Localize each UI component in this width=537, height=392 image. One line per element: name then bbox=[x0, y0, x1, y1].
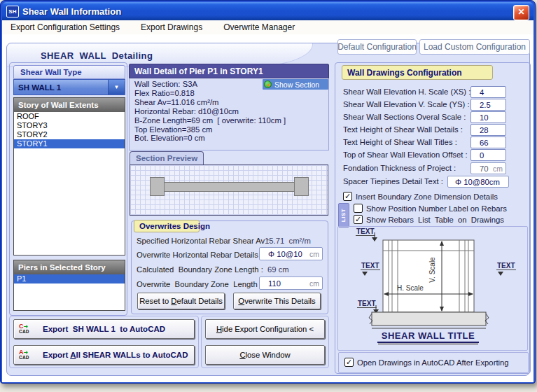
overwrite-rebar-label: Overwrite Horizontal Rebar Details : bbox=[137, 251, 263, 259]
cfg-label: Top of Shear Wall Elevation Offset : bbox=[343, 149, 468, 161]
story-list[interactable]: Story of Wall Extents ROOF STORY3 STORY2… bbox=[13, 97, 125, 255]
drawings-config-header: Wall Drawings Configuration bbox=[342, 65, 493, 80]
overwrite-rebar-value: Φ 10@10 bbox=[260, 250, 309, 258]
calculated-bzone-label: Calculated Boundary Zone Length : bbox=[137, 265, 263, 274]
foundation-thickness-input[interactable]: 70 cm bbox=[470, 162, 506, 174]
cfg-label: Spacer Tiepines Detail Text : bbox=[343, 176, 443, 188]
list-item-selected[interactable]: P1 bbox=[14, 274, 125, 284]
export-current-button[interactable]: C➜ CAD Export SH WALL 1 to AutoCAD bbox=[13, 319, 195, 339]
default-configuration-label: Default Configuration bbox=[337, 42, 417, 52]
spacer-tiepins-input[interactable]: Φ 10@80cm bbox=[447, 176, 509, 188]
overwrite-bzone-value: 110 bbox=[260, 279, 309, 288]
show-section-label: Show Section bbox=[274, 80, 319, 89]
reset-accel: D bbox=[171, 297, 176, 305]
menu-overwrite-manager[interactable]: Overwrite Manager bbox=[223, 22, 295, 32]
app-window: SH Shear Wall Information ✕ Export Confi… bbox=[0, 0, 536, 384]
cad-sub-label: CAD bbox=[19, 356, 29, 360]
checkbox-checked-icon[interactable]: ✓ bbox=[344, 358, 354, 367]
wall-type-dropdown[interactable]: SH WALL 1 ▼ bbox=[13, 79, 125, 95]
foundation-thickness-value: 70 bbox=[471, 164, 493, 173]
wall-section-web bbox=[164, 182, 295, 192]
default-configuration-button[interactable]: Default Configuration bbox=[337, 39, 417, 55]
elevation-offset-input[interactable] bbox=[470, 149, 506, 161]
left-panel: Shear Wall Type SH WALL 1 ▼ Story of Wal… bbox=[9, 62, 127, 316]
foundation-thickness-unit: cm bbox=[493, 164, 505, 173]
show-rebars-table-checkbox[interactable]: ✓ Show Rebars List Table on Drawings bbox=[354, 215, 504, 224]
sections-scale-input[interactable] bbox=[470, 111, 506, 123]
cfg-label: Shear Wall Elevation H. Scale (XS) : bbox=[343, 86, 470, 98]
cad-export-icon: C➜ CAD bbox=[19, 323, 36, 335]
checkbox-label: Show Rebars List Table on Drawings bbox=[366, 216, 504, 224]
overwrite-rebar-unit: cm bbox=[309, 250, 322, 258]
show-section-button[interactable]: ➜ Show Section bbox=[263, 79, 328, 90]
checkbox-label: Open Drawings in AutoCAD After Exporting bbox=[357, 358, 509, 367]
cad-export-all-icon: A➜ CAD bbox=[19, 349, 36, 360]
checkbox-unchecked-icon[interactable] bbox=[354, 204, 363, 213]
cfg-label: Shear Wall Sections Overal Scale : bbox=[343, 111, 466, 123]
overwrite-bzone-label: Overwrite Boundary Zone Length : bbox=[137, 280, 262, 288]
menu-export-drawings[interactable]: Export Drawings bbox=[141, 22, 202, 32]
overwrites-header: Overwrites Design bbox=[134, 220, 200, 232]
screen: SH Shear Wall Information ✕ Export Confi… bbox=[0, 0, 537, 392]
window-buttons-box: Hide Export Configuration < Close Window bbox=[201, 316, 329, 368]
details-text-height-input[interactable] bbox=[470, 124, 506, 136]
list-item-selected[interactable]: STORY1 bbox=[14, 139, 125, 148]
detail-line: Flex Ratio=0.818 bbox=[130, 89, 328, 98]
h-scale-input[interactable] bbox=[470, 86, 506, 98]
chevron-down-icon[interactable]: ▼ bbox=[108, 80, 125, 94]
checkbox-label: Show Position Number Label on Rebars bbox=[366, 204, 507, 213]
detail-line: B-Zone Length=69 cm [ overwrite: 110cm ] bbox=[130, 116, 328, 125]
cad-sub-label: CAD bbox=[19, 330, 29, 335]
list-tag-badge: LIST bbox=[338, 203, 349, 227]
detail-line: Horizontal Rebar: d10@10cm bbox=[130, 107, 328, 116]
checkbox-checked-icon[interactable]: ✓ bbox=[343, 192, 352, 201]
green-arrow-icon: ➜ bbox=[264, 80, 272, 88]
text-placeholder-top: TEXT bbox=[356, 227, 375, 236]
menubar: Export Configuration Settings Export Dra… bbox=[2, 20, 533, 34]
export-buttons-box: C➜ CAD Export SH WALL 1 to AutoCAD A➜ CA… bbox=[9, 316, 199, 368]
titles-text-height-input[interactable] bbox=[470, 136, 506, 148]
checkbox-checked-icon[interactable]: ✓ bbox=[354, 215, 363, 224]
overwrite-details-button[interactable]: Overwrite This Details bbox=[233, 293, 321, 309]
insert-bzone-dim-checkbox[interactable]: ✓ Insert Boundary Zone Dimension Details bbox=[343, 192, 498, 201]
main-panel: SHEAR WALL Detailing Shear Wall Type SH … bbox=[6, 43, 530, 376]
reset-default-button[interactable]: Reset to Default Details bbox=[137, 293, 225, 309]
drawings-config-panel: Wall Drawings Configuration Shear Wall E… bbox=[335, 62, 531, 374]
show-position-number-checkbox[interactable]: Show Position Number Label on Rebars bbox=[354, 204, 507, 213]
load-custom-configuration-button[interactable]: Load Custom Configuration bbox=[419, 39, 530, 55]
apply-label-post: verwrite This Details bbox=[244, 297, 316, 305]
piers-list-header: Piers in Selected Story bbox=[14, 260, 125, 274]
detail-line: Top Elevation=385 cm bbox=[130, 125, 328, 134]
window-title: Shear Wall Information bbox=[22, 6, 121, 17]
titlebar[interactable]: SH Shear Wall Information ✕ bbox=[2, 2, 533, 20]
open-after-export-box: ✓ Open Drawings in AutoCAD After Exporti… bbox=[338, 352, 529, 373]
section-preview-tab: Section Preview bbox=[130, 151, 204, 164]
export-all-label: Export All SHEAR WALLs to AutoCAD bbox=[43, 351, 188, 359]
v-scale-input[interactable] bbox=[470, 99, 506, 111]
text-placeholder-bottom: TEXT bbox=[357, 300, 377, 308]
piers-list[interactable]: Piers in Selected Story P1 bbox=[13, 260, 125, 311]
list-item[interactable]: STORY3 bbox=[14, 121, 125, 130]
app-icon: SH bbox=[6, 6, 19, 18]
overwrite-bzone-input[interactable]: 110 cm bbox=[259, 276, 323, 290]
content-area: SHEAR WALL Detailing Shear Wall Type SH … bbox=[2, 34, 533, 382]
wall-detail-header: Wall Detail of Pier P1 in STORY1 bbox=[129, 64, 329, 78]
story-list-header: Story of Wall Extents bbox=[14, 98, 125, 112]
reset-label-post: efault Details bbox=[177, 297, 223, 305]
menu-export-configuration-settings[interactable]: Export Configuration Settings bbox=[11, 22, 120, 32]
h-scale-label: H. Scale bbox=[397, 284, 424, 292]
list-item[interactable]: STORY2 bbox=[14, 130, 125, 139]
checkbox-label: Insert Boundary Zone Dimension Details bbox=[356, 192, 498, 201]
list-item[interactable]: ROOF bbox=[14, 112, 125, 121]
export-all-button[interactable]: A➜ CAD Export All SHEAR WALLs to AutoCAD bbox=[13, 345, 195, 365]
export-current-label: Export SH WALL 1 to AutoCAD bbox=[43, 325, 165, 333]
close-window-icon[interactable]: ✕ bbox=[513, 5, 529, 20]
hide-export-config-button[interactable]: Hide Export Configuration < bbox=[205, 319, 325, 339]
overwrite-rebar-input[interactable]: Φ 10@10 cm bbox=[259, 247, 323, 260]
close-window-button[interactable]: Close Window bbox=[205, 345, 325, 365]
cfg-label: Shear Wall Elevation V. Scale (YS) : bbox=[343, 99, 470, 111]
open-after-export-checkbox[interactable]: ✓ Open Drawings in AutoCAD After Exporti… bbox=[344, 358, 509, 367]
section-preview-canvas bbox=[130, 164, 328, 216]
wall-type-label: Shear Wall Type bbox=[13, 65, 125, 79]
spacer-tiepins-value: Φ 10@80cm bbox=[448, 178, 508, 186]
